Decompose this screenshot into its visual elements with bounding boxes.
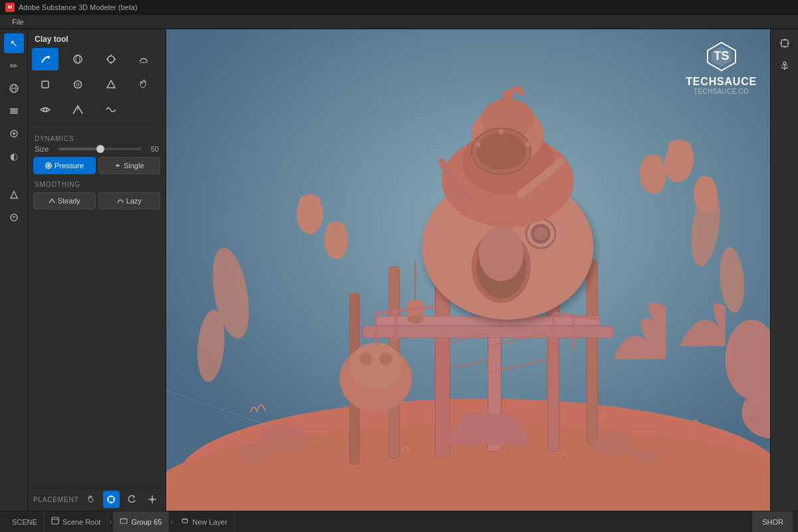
anchor-btn[interactable] xyxy=(775,56,795,76)
3d-scene xyxy=(166,29,770,511)
file-menu[interactable]: File xyxy=(5,15,31,29)
brush-btn[interactable] xyxy=(4,124,24,144)
svg-point-79 xyxy=(327,221,346,233)
svg-point-85 xyxy=(349,342,402,388)
menubar: File xyxy=(0,15,798,29)
crosshair-btn[interactable] xyxy=(98,48,124,70)
tool-grid-row3 xyxy=(28,97,166,122)
svg-point-7 xyxy=(13,132,15,135)
draw-tool-btn[interactable]: ✏ xyxy=(4,56,24,76)
group65-crumb[interactable]: Group 65 xyxy=(113,511,169,532)
smoothing-label: SMOOTHING xyxy=(28,177,166,190)
svg-point-113 xyxy=(783,62,786,65)
viewport[interactable]: TS TECHSAUCE TECHSAUCE.CO xyxy=(166,29,770,511)
svg-point-20 xyxy=(76,83,79,86)
layers-btn[interactable] xyxy=(4,101,24,121)
svg-rect-4 xyxy=(10,110,18,112)
single-btn[interactable]: Single xyxy=(98,157,161,174)
svg-rect-52 xyxy=(448,432,527,445)
shape-btn[interactable]: ◐ xyxy=(4,146,24,166)
svg-point-76 xyxy=(668,140,691,154)
clay-brush-btn[interactable] xyxy=(32,48,59,70)
svg-text:TS: TS xyxy=(714,49,729,63)
settings-btn[interactable] xyxy=(4,207,24,227)
svg-point-80 xyxy=(299,194,321,207)
scene-label[interactable]: SCENE xyxy=(5,511,45,532)
svg-rect-119 xyxy=(182,519,188,523)
svg-point-86 xyxy=(359,352,372,366)
svg-point-75 xyxy=(643,154,663,168)
wave-btn[interactable] xyxy=(98,98,124,121)
group-icon xyxy=(120,517,128,527)
view-tool-btn[interactable] xyxy=(4,78,24,98)
svg-point-71 xyxy=(499,129,504,134)
size-value: 50 xyxy=(146,145,159,153)
eye-btn[interactable] xyxy=(32,98,59,121)
hand-btn[interactable] xyxy=(82,491,99,508)
app-title: Adobe Substance 3D Modeler (beta) xyxy=(19,3,138,11)
svg-rect-18 xyxy=(42,81,49,88)
svg-rect-54 xyxy=(462,413,514,422)
left-icon-strip: ↖ ✏ ◐ xyxy=(0,29,28,511)
titlebar: M Adobe Substance 3D Modeler (beta) xyxy=(0,0,798,15)
tool-grid-row2 xyxy=(28,72,166,97)
new-layer-crumb[interactable]: New Layer xyxy=(174,511,235,532)
svg-point-87 xyxy=(379,352,392,366)
dynamics-btn-row: Pressure Single xyxy=(28,154,166,177)
svg-rect-53 xyxy=(455,422,521,432)
show-btn[interactable]: SHOR xyxy=(752,511,793,532)
size-slider-row: Size 50 xyxy=(28,144,166,154)
scene-root-crumb[interactable]: Scene Root xyxy=(45,511,108,532)
svg-point-58 xyxy=(479,226,523,281)
tool-grid-row1 xyxy=(28,47,166,72)
svg-point-19 xyxy=(74,81,82,88)
lazy-btn[interactable]: Lazy xyxy=(98,192,161,209)
svg-point-10 xyxy=(74,55,82,63)
svg-rect-116 xyxy=(52,517,59,524)
techsauce-icon: TS xyxy=(705,40,738,73)
svg-point-12 xyxy=(108,56,114,63)
cube-btn[interactable] xyxy=(32,73,59,96)
svg-point-69 xyxy=(475,142,481,148)
svg-point-66 xyxy=(503,90,513,100)
texture-btn[interactable] xyxy=(4,185,24,205)
app-icon: M xyxy=(5,3,15,12)
svg-rect-47 xyxy=(587,260,598,445)
tent-btn[interactable] xyxy=(65,98,91,121)
triangle-btn[interactable] xyxy=(98,73,124,96)
tool-label: Clay tool xyxy=(28,29,166,47)
svg-point-83 xyxy=(408,315,424,323)
size-slider[interactable] xyxy=(59,148,142,150)
svg-point-22 xyxy=(44,108,47,112)
svg-point-11 xyxy=(76,55,80,63)
circle-btn[interactable] xyxy=(65,73,91,96)
arrow2: › xyxy=(169,517,174,527)
size-label: Size xyxy=(35,145,55,153)
separator1 xyxy=(35,126,158,127)
rotate-btn[interactable] xyxy=(124,491,140,508)
svg-rect-5 xyxy=(10,112,18,114)
smooth-btn[interactable] xyxy=(130,48,157,70)
dynamics-label: DYNAMICS xyxy=(28,131,166,144)
svg-point-70 xyxy=(525,142,530,148)
steady-btn[interactable]: Steady xyxy=(33,192,96,209)
techsauce-logo: TS TECHSAUCE TECHSAUCE.CO xyxy=(686,40,757,95)
techsauce-url: TECHSAUCE.CO xyxy=(686,88,757,95)
left-panel: Clay tool xyxy=(28,29,166,511)
svg-point-9 xyxy=(47,56,50,59)
svg-point-8 xyxy=(11,214,17,221)
svg-rect-3 xyxy=(10,108,18,110)
grab-btn[interactable] xyxy=(130,73,157,96)
sphere-brush-btn[interactable] xyxy=(65,48,91,70)
right-icon-strip xyxy=(770,29,798,511)
scene-icon xyxy=(51,517,59,527)
svg-rect-108 xyxy=(781,40,788,47)
layer-crumb-icon xyxy=(181,517,189,527)
select-tool-btn[interactable]: ↖ xyxy=(4,33,24,53)
svg-point-92 xyxy=(241,442,274,462)
svg-point-94 xyxy=(633,450,660,466)
pressure-btn[interactable]: Pressure xyxy=(33,157,96,174)
move-tool-btn[interactable] xyxy=(775,33,795,53)
target-btn[interactable] xyxy=(103,491,120,508)
crosshair-placement-btn[interactable] xyxy=(144,491,160,508)
